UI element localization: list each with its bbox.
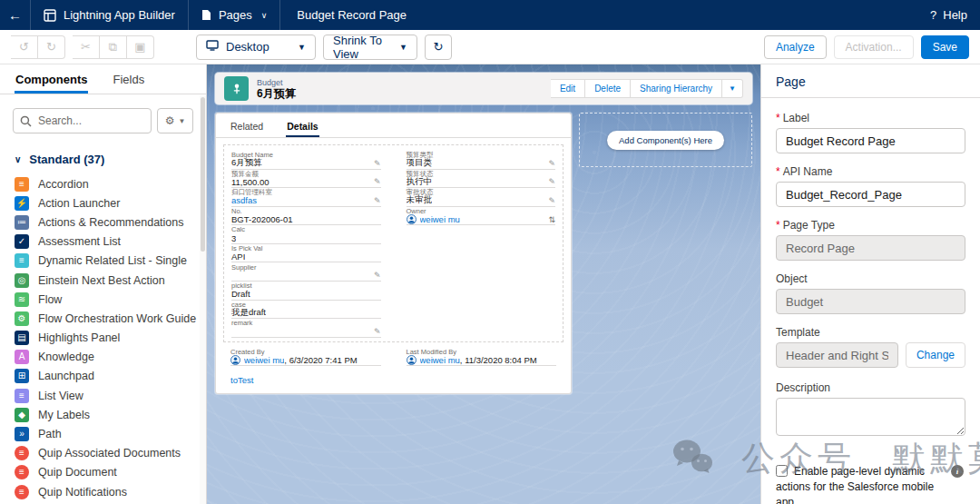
property-input-row — [776, 235, 965, 261]
activation-button[interactable]: Activation... — [834, 35, 914, 59]
page-canvas: Budget 6月预算 EditDeleteSharing Hierarchy … — [207, 64, 760, 504]
info-icon[interactable]: i — [951, 465, 964, 478]
field-value-row: ✎ ⇅ — [231, 272, 381, 282]
property-input[interactable] — [776, 235, 965, 261]
edit-pencil-icon[interactable]: ✎ — [374, 271, 381, 280]
description-section: Description Enable page-level dynamic ac… — [761, 368, 980, 504]
component-list-item[interactable]: ≡ List View — [15, 386, 206, 405]
record-detail-component[interactable]: Related Details Budget Name 6月预算 ✎ ⇅ — [215, 113, 572, 394]
field-value-row: 未审批 ✎ ⇅ — [407, 196, 556, 207]
totest-link[interactable]: toTest — [230, 375, 556, 385]
record-actions-dropdown[interactable]: ▼ — [722, 79, 743, 98]
copy-icon[interactable]: ⧉ — [100, 35, 127, 59]
change-template-button[interactable]: Change — [906, 342, 965, 368]
properties-panel: Page Label API Name — [760, 64, 980, 504]
edit-pencil-icon[interactable]: ✎ — [548, 159, 555, 168]
created-by-user-link[interactable]: weiwei mu — [244, 355, 284, 365]
field-value: 执行中 — [407, 176, 433, 188]
component-list-item[interactable]: ⊞ Launchpad — [15, 367, 206, 386]
tab-components[interactable]: Components — [15, 67, 88, 94]
record-action-button[interactable]: Sharing Hierarchy — [631, 79, 722, 98]
record-field: Budget Name 6月预算 ✎ ⇅ — [231, 151, 381, 170]
property-input[interactable] — [776, 182, 965, 207]
record-action-button[interactable]: Delete — [585, 79, 631, 98]
component-list-item[interactable]: ◆ My Labels — [15, 405, 206, 424]
component-list-item[interactable]: ⚡ Action Launcher — [15, 193, 206, 212]
component-label: Quip Document — [38, 466, 117, 479]
component-list-item[interactable]: ≡ Quip Document — [15, 463, 206, 482]
flow-icon: ≋ — [15, 292, 29, 307]
property-label: Page Type — [776, 219, 965, 232]
tab-fields[interactable]: Fields — [112, 67, 145, 94]
add-component-button[interactable]: Add Component(s) Here — [607, 131, 724, 150]
component-list: ≡ Accordion ⚡ Action Launcher ≔ Actions … — [0, 174, 206, 501]
property-input[interactable] — [776, 128, 965, 153]
toolbar-actions: Analyze Activation... Save — [764, 35, 969, 59]
property-input[interactable] — [776, 289, 965, 314]
component-settings-button[interactable]: ⚙ ▼ — [157, 108, 193, 133]
edit-pencil-icon[interactable]: ✎ — [374, 177, 381, 186]
component-list-item[interactable]: ⚙ Flow Orchestration Work Guide — [15, 309, 206, 328]
component-list-item[interactable]: ◎ Einstein Next Best Action — [15, 271, 206, 290]
app-title: Lightning App Builder — [64, 8, 175, 22]
property-input-row: Change — [776, 342, 965, 368]
dynamic-actions-checkbox[interactable] — [776, 465, 788, 477]
component-label: Dynamic Related List - Single — [38, 254, 187, 267]
field-value-row: BGT-202006-01 ✎ ⇅ — [231, 215, 381, 226]
record-action-button[interactable]: Edit — [551, 79, 585, 98]
property-input[interactable] — [776, 342, 898, 368]
component-list-item[interactable]: ≡ Quip Notifications — [15, 482, 206, 501]
component-list-item[interactable]: ✓ Assessment List — [15, 232, 206, 252]
scrollbar-thumb[interactable] — [201, 97, 205, 252]
pages-menu[interactable]: Pages ∨ — [189, 0, 280, 30]
component-list-item[interactable]: ≡ Dynamic Related List - Single — [15, 252, 206, 271]
record-highlights-panel[interactable]: Budget 6月预算 EditDeleteSharing Hierarchy … — [215, 73, 752, 104]
component-list-item[interactable]: » Path — [15, 424, 206, 443]
save-button[interactable]: Save — [921, 35, 969, 59]
change-owner-icon[interactable]: ⇅ — [548, 215, 555, 224]
properties-panel-title: Page — [761, 64, 980, 98]
refresh-icon: ↻ — [434, 40, 444, 54]
component-list-item[interactable]: ▤ Highlights Panel — [15, 329, 206, 348]
edit-pencil-icon[interactable]: ✎ — [374, 327, 381, 336]
description-textarea[interactable] — [776, 398, 965, 436]
component-list-item[interactable]: A Knowledge — [15, 348, 206, 367]
sidebar-region-dropzone[interactable]: Add Component(s) Here — [579, 113, 752, 167]
device-selector[interactable]: Desktop ▼ — [196, 35, 316, 60]
record-field: case 我是draft ✎ ⇅ — [231, 301, 381, 320]
component-list-item[interactable]: ≋ Flow — [15, 290, 206, 309]
component-list-item[interactable]: ≡ Accordion — [15, 174, 206, 193]
edit-pencil-icon[interactable]: ✎ — [548, 177, 555, 186]
record-field: Supplier ✎ ⇅ — [231, 263, 381, 282]
undo-icon[interactable]: ↺ — [11, 35, 38, 59]
record-tabs: Related Details — [216, 114, 571, 138]
edit-pencil-icon[interactable]: ✎ — [374, 159, 381, 168]
component-list-item[interactable]: ≔ Actions & Recommendations — [15, 212, 206, 232]
back-button[interactable]: ← — [0, 0, 31, 30]
view-zoom-selector[interactable]: Shrink To View ▼ — [323, 35, 417, 60]
standard-section-header[interactable]: ∨ Standard (37) — [0, 137, 206, 174]
help-button[interactable]: ? Help — [917, 0, 980, 30]
list-view-icon: ≡ — [15, 389, 29, 403]
field-value: 项目类 — [407, 157, 433, 169]
redo-icon[interactable]: ↻ — [38, 35, 65, 59]
cut-icon[interactable]: ✂ — [73, 35, 100, 59]
field-value: API — [231, 252, 245, 262]
property-label: Template — [776, 326, 965, 339]
edit-pencil-icon[interactable]: ✎ — [374, 196, 381, 205]
refresh-button[interactable]: ↻ — [425, 35, 452, 60]
avatar — [407, 212, 416, 228]
last-modified-user-link[interactable]: weiwei mu — [420, 355, 460, 365]
created-by-field: Created By weiwei mu , 6/3/2020 7:41 PM — [230, 348, 381, 367]
fields-column-right: 预算类型 项目类 ✎ ⇅ 预算状态 — [407, 151, 556, 338]
tab-related[interactable]: Related — [230, 117, 264, 137]
fields-column-left: Budget Name 6月预算 ✎ ⇅ 预算金额 — [231, 151, 381, 338]
search-input[interactable] — [13, 108, 152, 133]
paste-icon[interactable]: ▣ — [127, 35, 154, 59]
analyze-button[interactable]: Analyze — [764, 35, 827, 59]
edit-pencil-icon[interactable]: ✎ — [548, 196, 555, 205]
sidebar-scrollbar[interactable] — [200, 95, 206, 504]
component-search-row: ⚙ ▼ — [0, 94, 206, 137]
component-list-item[interactable]: ≡ Quip Associated Documents — [15, 444, 206, 463]
tab-details[interactable]: Details — [286, 117, 318, 137]
